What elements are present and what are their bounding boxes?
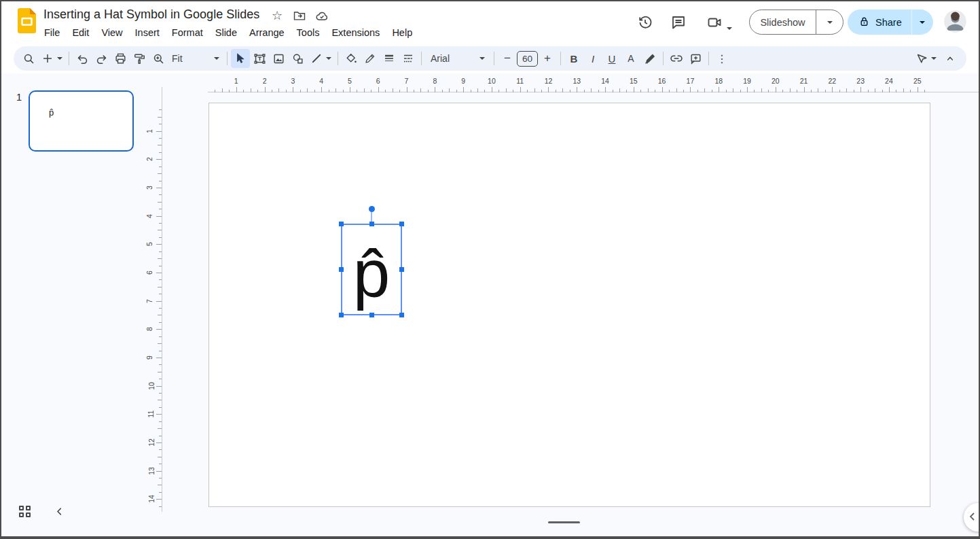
document-title[interactable]: Inserting a Hat Symbol in Google Slides — [43, 7, 259, 22]
h-ruler-tick — [236, 87, 237, 92]
avatar[interactable] — [944, 10, 966, 33]
font-family-select[interactable]: Arial — [425, 53, 490, 64]
insert-image-tool[interactable] — [269, 49, 288, 68]
bold-button[interactable]: B — [564, 49, 583, 68]
move-to-folder-icon[interactable] — [293, 9, 306, 22]
share-dropdown-caret[interactable] — [912, 10, 933, 35]
new-slide-button[interactable] — [38, 49, 65, 68]
redo-icon[interactable] — [92, 49, 111, 68]
cloud-status-icon[interactable] — [315, 9, 329, 22]
v-ruler-tick — [159, 251, 162, 252]
print-icon[interactable] — [111, 49, 130, 68]
resize-handle-se[interactable] — [399, 313, 404, 317]
font-family-value: Arial — [431, 53, 450, 64]
h-ruler-tick — [506, 88, 507, 92]
text-box-tool[interactable] — [250, 49, 269, 68]
v-ruler-tick — [159, 464, 162, 464]
h-ruler-number: 21 — [800, 77, 808, 85]
border-weight-tool[interactable] — [380, 49, 399, 68]
decrease-font-size-button[interactable]: − — [498, 49, 517, 68]
menu-item-slide[interactable]: Slide — [209, 25, 243, 40]
menu-item-extensions[interactable]: Extensions — [325, 25, 386, 40]
menu-item-insert[interactable]: Insert — [129, 25, 166, 40]
underline-button[interactable]: U — [602, 49, 621, 68]
menu-item-edit[interactable]: Edit — [66, 25, 95, 40]
h-ruler-tick — [719, 87, 719, 92]
h-ruler-number: 7 — [405, 77, 409, 85]
h-ruler-number: 8 — [433, 77, 437, 85]
resize-handle-nw[interactable] — [339, 222, 344, 226]
zoom-select[interactable]: Fit — [168, 53, 223, 64]
h-ruler-tick — [378, 87, 379, 92]
border-dash-tool[interactable] — [399, 49, 418, 68]
star-icon[interactable]: ☆ — [270, 9, 284, 22]
h-ruler-tick — [456, 90, 457, 92]
h-ruler-tick — [846, 88, 847, 92]
v-ruler-tick — [156, 358, 162, 358]
increase-font-size-button[interactable]: + — [538, 49, 557, 68]
slide-thumbnail[interactable]: p̂ — [29, 90, 134, 152]
menu-item-tools[interactable]: Tools — [291, 25, 326, 40]
collapse-filmstrip-icon[interactable] — [52, 504, 67, 519]
menu-item-help[interactable]: Help — [386, 25, 418, 40]
slides-logo-icon[interactable] — [18, 8, 36, 33]
menu-item-view[interactable]: View — [95, 25, 128, 40]
v-ruler-tick — [156, 386, 162, 387]
share-button[interactable]: Share — [848, 10, 912, 35]
grid-view-button[interactable] — [19, 506, 31, 518]
more-options-button[interactable]: ⋮ — [712, 49, 731, 68]
text-color-button[interactable]: A — [621, 49, 640, 68]
h-ruler-tick — [768, 90, 769, 92]
text-box-content[interactable]: p̂ — [342, 225, 401, 314]
meet-dropdown-caret-icon[interactable] — [727, 20, 735, 37]
insert-link-button[interactable] — [667, 49, 686, 68]
v-ruler-tick — [156, 414, 162, 415]
resize-handle-e[interactable] — [399, 267, 404, 272]
slide-canvas[interactable]: p̂ — [208, 103, 930, 507]
comments-icon[interactable] — [670, 14, 687, 31]
resize-handle-n[interactable] — [369, 222, 374, 226]
h-ruler-tick — [484, 90, 485, 92]
resize-handle-sw[interactable] — [339, 313, 344, 317]
v-ruler-tick — [158, 117, 162, 118]
h-ruler-tick — [399, 90, 400, 92]
rotation-handle[interactable] — [369, 206, 375, 212]
border-color-tool[interactable] — [361, 49, 380, 68]
font-size-input[interactable]: 60 — [517, 51, 538, 67]
pen-pointer-tool[interactable] — [912, 49, 941, 68]
italic-button[interactable]: I — [583, 49, 602, 68]
h-ruler-tick — [924, 90, 925, 92]
resize-handle-ne[interactable] — [399, 222, 404, 226]
open-side-panel-button[interactable] — [964, 503, 980, 532]
v-ruler-tick — [158, 428, 162, 429]
h-ruler-tick — [471, 90, 471, 92]
h-ruler-tick — [498, 90, 499, 92]
resize-handle-s[interactable] — [369, 313, 374, 317]
undo-icon[interactable] — [73, 49, 92, 68]
h-ruler-tick — [754, 90, 755, 92]
slideshow-button[interactable]: Slideshow — [750, 10, 816, 34]
menu-item-arrange[interactable]: Arrange — [243, 25, 291, 40]
version-history-icon[interactable] — [637, 14, 653, 31]
slideshow-dropdown-caret[interactable] — [816, 10, 843, 34]
add-comment-button[interactable] — [686, 49, 705, 68]
highlight-color-button[interactable] — [640, 49, 659, 68]
menu-item-format[interactable]: Format — [166, 25, 209, 40]
collapse-toolbar-icon[interactable] — [941, 49, 960, 68]
meet-camera-icon[interactable] — [706, 14, 723, 31]
select-tool[interactable] — [231, 49, 250, 68]
v-ruler-tick — [158, 315, 162, 315]
h-ruler-tick — [712, 90, 712, 92]
h-ruler-tick — [265, 87, 266, 92]
resize-handle-w[interactable] — [339, 267, 344, 272]
fill-color-tool[interactable] — [342, 49, 361, 68]
selected-text-box[interactable]: p̂ — [341, 224, 402, 315]
search-menus-icon[interactable] — [19, 49, 38, 68]
speaker-notes-drag-handle[interactable] — [548, 521, 580, 523]
zoom-icon[interactable] — [149, 49, 168, 68]
insert-shape-tool[interactable] — [288, 49, 307, 68]
h-ruler-tick — [222, 88, 223, 92]
menu-item-file[interactable]: File — [38, 25, 66, 40]
insert-line-tool[interactable] — [307, 49, 334, 68]
paint-format-icon[interactable] — [130, 49, 149, 68]
